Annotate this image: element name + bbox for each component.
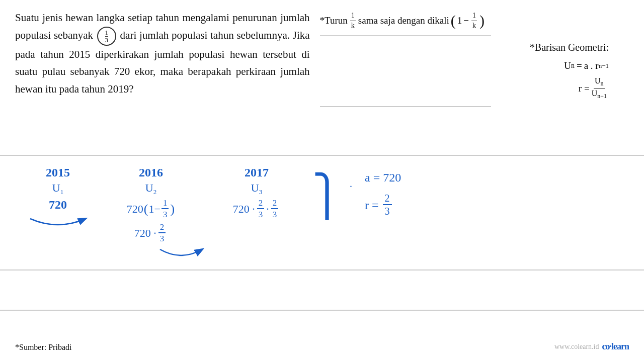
val2-frac2-den: 3 (158, 233, 166, 244)
barisan-title: *Barisan Geometri: (530, 42, 609, 53)
val3-frac2-den: 3 (271, 209, 279, 220)
note1-frac-1k: 1 k (350, 12, 356, 30)
separator-line-2 (320, 106, 491, 107)
u1-sub: 1 (60, 188, 64, 196)
footer-source: *Sumber: Pribadi (15, 343, 71, 352)
formula2-frac: Un Un−1 (591, 76, 608, 100)
dot-separator: · (347, 166, 357, 193)
result-r-eq: = (372, 199, 379, 212)
formula1-exp: n−1 (599, 62, 609, 70)
val2-frac2-num: 2 (158, 222, 166, 233)
year-2016-label: 2016 (139, 166, 163, 179)
val-2016-expr: 720 ( 1− 1 3 ) (127, 198, 175, 220)
result-r-frac-den: 3 (383, 205, 392, 218)
u3-sub: 3 (259, 188, 263, 196)
arrow-2016-to-next (156, 245, 206, 259)
brand-logo: co·learn (602, 341, 629, 352)
bracket-symbol: ⎫ (312, 176, 342, 216)
note1-prefix: *Turun (320, 15, 348, 26)
formula2-r: r = (579, 83, 590, 94)
formula1-eq: = (577, 60, 582, 71)
arrow-svg-2 (156, 245, 206, 260)
result-a-val: 720 (383, 171, 401, 185)
val-2016-simplified: 720 · 2 3 (134, 222, 168, 244)
paren-close: ) (170, 202, 175, 217)
result-r-frac: 2 3 (383, 193, 392, 218)
year-2017-col: 2017 U3 720 · 2 3 · 2 3 (206, 166, 307, 220)
bracket-col: ⎫ (312, 166, 342, 221)
val-2017-expr: 720 · 2 3 · 2 3 (233, 198, 281, 220)
problem-text: Suatu jenis hewan langka setiap tahun me… (15, 9, 310, 150)
paren-open: ( (144, 202, 148, 217)
val2-720: 720 (127, 203, 143, 216)
arrow-svg (25, 215, 91, 230)
val3-frac1-num: 2 (257, 198, 265, 209)
val2-720b: 720 · (134, 227, 156, 240)
page-container: Suatu jenis hewan langka setiap tahun me… (0, 0, 644, 362)
year-2015-col: 2015 U1 720 (20, 166, 96, 229)
val2-frac: 1 3 (162, 198, 169, 220)
val2-frac-num: 1 (162, 198, 169, 209)
right-notes: *Turun 1 k sama saja dengan dikali ( 1 −… (310, 9, 629, 150)
u2-sub: 2 (153, 188, 157, 196)
frac-numerator: 1 (105, 29, 109, 37)
result-r-label: r (365, 199, 369, 212)
u1-label: U1 (52, 182, 63, 196)
val2-frac-den: 3 (162, 209, 169, 220)
formula1-a: a . r (584, 60, 599, 71)
big-paren-close: ) (479, 13, 485, 28)
u2-label: U2 (145, 182, 156, 196)
year-2016-col: 2016 U2 720 ( 1− 1 3 ) 720 · (96, 166, 206, 259)
val3-dot: · (266, 203, 269, 216)
fraction-circle-1-3: 1 3 (97, 27, 116, 46)
frac-denominator: 3 (105, 37, 109, 43)
empty-section (0, 270, 644, 311)
brand-url: www.colearn.id (554, 343, 599, 351)
footer-brand: www.colearn.id co·learn (554, 341, 629, 352)
val-720: 720 (49, 198, 67, 212)
val2-frac2: 2 3 (158, 222, 166, 244)
val3-frac1-den: 3 (257, 209, 265, 220)
formula1-sub-n: n (571, 62, 575, 70)
note1-middle: sama saja dengan dikali (358, 15, 449, 26)
val2-1: 1− (149, 203, 160, 216)
year-2017-label: 2017 (245, 166, 269, 179)
val3-frac2: 2 3 (271, 198, 279, 220)
big-paren-open: ( (451, 13, 456, 28)
separator-line-1 (320, 35, 491, 36)
year-2015-label: 2015 (46, 166, 70, 179)
result-r-row: r = 2 3 (365, 193, 401, 218)
footer: *Sumber: Pribadi www.colearn.id co·learn (0, 336, 644, 357)
formula-r: r = Un Un−1 (579, 76, 609, 100)
result-r-frac-num: 2 (383, 193, 392, 205)
result-a-label: a (365, 171, 370, 185)
result-a-eq: = (373, 171, 380, 185)
note1-inner-1: 1 (457, 15, 462, 26)
dot: · (350, 181, 352, 193)
u3-label: U3 (251, 182, 262, 196)
val3-720: 720 · (233, 203, 255, 216)
result-col: a = 720 r = 2 3 (357, 166, 401, 222)
top-section: Suatu jenis hewan langka setiap tahun me… (0, 0, 644, 156)
working-section: 2015 U1 720 2016 (0, 156, 644, 270)
val3-frac1: 2 3 (257, 198, 265, 220)
note1-minus: − (463, 15, 469, 26)
arrow-720-to-next (25, 215, 91, 229)
val3-frac2-num: 2 (271, 198, 279, 209)
result-a-row: a = 720 (365, 171, 401, 185)
formula1-u: U (564, 60, 571, 71)
formula-un: Un = a . rn−1 (564, 60, 609, 71)
note1-inner-frac: 1 k (471, 12, 477, 30)
working-inner: 2015 U1 720 2016 (0, 161, 644, 264)
note-turun: *Turun 1 k sama saja dengan dikali ( 1 −… (320, 12, 485, 30)
